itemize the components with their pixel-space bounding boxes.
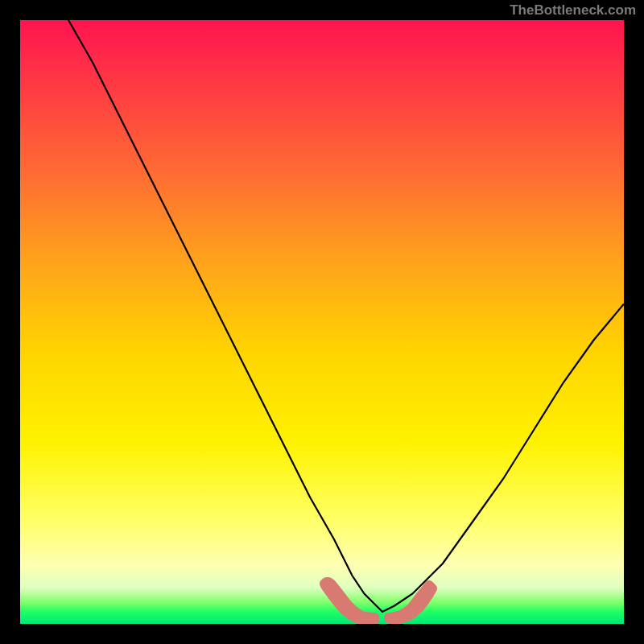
- watermark-text: TheBottleneck.com: [510, 2, 636, 19]
- bottleneck-curve: [20, 20, 624, 624]
- y-axis-margin: [0, 0, 20, 644]
- plot-area: [20, 20, 624, 624]
- chart-container: TheBottleneck.com: [0, 0, 644, 644]
- x-axis-margin: [0, 624, 644, 644]
